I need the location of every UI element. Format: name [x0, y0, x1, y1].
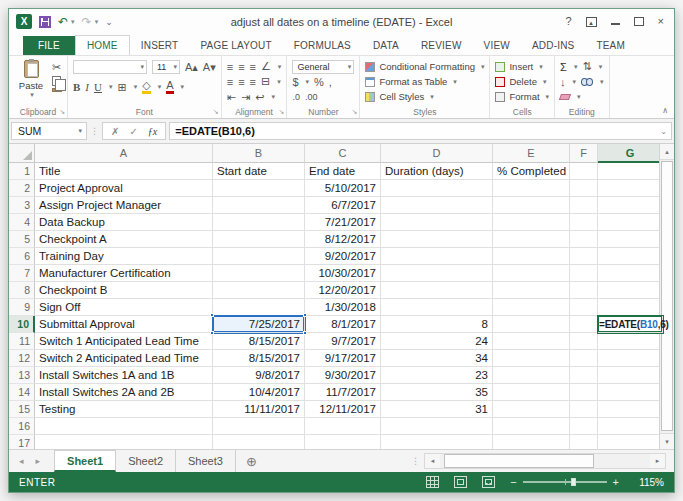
cell-B14[interactable]: 10/4/2017: [213, 384, 305, 401]
cell-E7[interactable]: [493, 265, 570, 282]
fill-icon[interactable]: ↓: [560, 76, 566, 88]
zoom-thumb[interactable]: [571, 478, 576, 486]
styles-conditional-formatting-button[interactable]: Conditional Formatting▾: [365, 59, 484, 74]
decrease-decimal-icon[interactable]: .00: [305, 92, 318, 102]
borders-icon[interactable]: ⊞: [117, 81, 126, 94]
vertical-scroll-thumb[interactable]: [661, 161, 673, 431]
cell-C17[interactable]: [305, 435, 381, 449]
cell-A15[interactable]: Testing: [35, 401, 213, 418]
cell-F12[interactable]: [570, 350, 598, 367]
undo-icon[interactable]: ↶: [58, 16, 68, 28]
row-header-6[interactable]: 6: [9, 248, 35, 265]
cell-G8[interactable]: [598, 282, 663, 299]
sort-filter-icon[interactable]: ⇅: [582, 60, 591, 73]
column-header-A[interactable]: A: [35, 144, 213, 163]
cell-G6[interactable]: [598, 248, 663, 265]
font-size-input[interactable]: 11▾: [152, 60, 180, 74]
align-left-icon[interactable]: ≡: [227, 76, 233, 88]
cell-B5[interactable]: [213, 231, 305, 248]
copy-icon[interactable]: [52, 76, 61, 86]
row-header-8[interactable]: 8: [9, 282, 35, 299]
row-header-16[interactable]: 16: [9, 418, 35, 435]
cell-C4[interactable]: 7/21/2017: [305, 214, 381, 231]
cell-E15[interactable]: [493, 401, 570, 418]
cell-D15[interactable]: 31: [381, 401, 493, 418]
cells-insert-button[interactable]: Insert▾: [495, 59, 549, 74]
row-header-4[interactable]: 4: [9, 214, 35, 231]
cell-E8[interactable]: [493, 282, 570, 299]
bold-icon[interactable]: B: [73, 81, 80, 93]
cell-E5[interactable]: [493, 231, 570, 248]
row-header-7[interactable]: 7: [9, 265, 35, 282]
close-icon[interactable]: ×: [658, 16, 664, 27]
tab-file[interactable]: FILE: [23, 36, 75, 55]
sheet-tab-sheet1[interactable]: Sheet1: [54, 450, 116, 472]
cell-F3[interactable]: [570, 197, 598, 214]
cell-D6[interactable]: [381, 248, 493, 265]
zoom-in-icon[interactable]: +: [613, 477, 619, 488]
cell-C7[interactable]: 10/30/2017: [305, 265, 381, 282]
row-header-3[interactable]: 3: [9, 197, 35, 214]
number-launcher-icon[interactable]: ↘: [352, 108, 358, 116]
scroll-down-icon[interactable]: ▾: [660, 433, 674, 449]
cell-D14[interactable]: 35: [381, 384, 493, 401]
wrap-text-icon[interactable]: ↩: [255, 91, 264, 104]
align-center-icon[interactable]: ≡: [238, 76, 244, 88]
cell-F7[interactable]: [570, 265, 598, 282]
clear-icon[interactable]: [559, 94, 571, 100]
find-select-icon[interactable]: [581, 78, 593, 85]
cell-B17[interactable]: [213, 435, 305, 449]
cell-D9[interactable]: [381, 299, 493, 316]
scroll-left-icon[interactable]: ◂: [425, 454, 440, 468]
cell-B2[interactable]: [213, 180, 305, 197]
cell-E16[interactable]: [493, 418, 570, 435]
row-header-15[interactable]: 15: [9, 401, 35, 418]
vertical-scrollbar[interactable]: ▴ ▾: [659, 144, 674, 449]
cell-B13[interactable]: 9/8/2017: [213, 367, 305, 384]
tab-view[interactable]: VIEW: [473, 36, 521, 55]
cell-A8[interactable]: Checkpoint B: [35, 282, 213, 299]
cell-F15[interactable]: [570, 401, 598, 418]
cell-A2[interactable]: Project Approval: [35, 180, 213, 197]
help-icon[interactable]: ?: [565, 16, 571, 27]
increase-indent-icon[interactable]: ⇥: [241, 91, 250, 104]
cell-B3[interactable]: [213, 197, 305, 214]
cell-C14[interactable]: 11/7/2017: [305, 384, 381, 401]
ribbon-display-options-icon[interactable]: ▴: [586, 17, 597, 27]
zoom-slider[interactable]: − +: [510, 477, 619, 488]
save-icon[interactable]: [39, 16, 51, 28]
cell-E12[interactable]: [493, 350, 570, 367]
cell-C2[interactable]: 5/10/2017: [305, 180, 381, 197]
cell-A16[interactable]: [35, 418, 213, 435]
row-header-1[interactable]: 1: [9, 163, 35, 180]
styles-format-as-table-button[interactable]: Format as Table▾: [365, 74, 484, 89]
tab-review[interactable]: REVIEW: [410, 36, 473, 55]
horizontal-scrollbar[interactable]: ◂ ▸: [424, 453, 666, 469]
formula-input[interactable]: =EDATE(B10,6) ⌄: [169, 122, 672, 140]
page-layout-view-icon[interactable]: [454, 476, 467, 488]
cell-A14[interactable]: Install Switches 2A and 2B: [35, 384, 213, 401]
normal-view-icon[interactable]: [426, 476, 439, 488]
cell-C16[interactable]: [305, 418, 381, 435]
row-header-5[interactable]: 5: [9, 231, 35, 248]
row-header-17[interactable]: 17: [9, 435, 35, 449]
cells-format-button[interactable]: Format▾: [495, 89, 549, 104]
cell-C11[interactable]: 9/7/2017: [305, 333, 381, 350]
cell-G3[interactable]: [598, 197, 663, 214]
row-header-13[interactable]: 13: [9, 367, 35, 384]
autosum-icon[interactable]: Σ: [560, 61, 567, 73]
cell-A12[interactable]: Switch 2 Anticipated Lead Time: [35, 350, 213, 367]
cell-A4[interactable]: Data Backup: [35, 214, 213, 231]
sheet-nav-left-icon[interactable]: ◂: [19, 456, 24, 466]
grow-font-icon[interactable]: A▴: [185, 61, 198, 74]
cell-C1[interactable]: End date: [305, 163, 381, 180]
tab-page-layout[interactable]: PAGE LAYOUT: [189, 36, 282, 55]
cell-E9[interactable]: [493, 299, 570, 316]
column-header-F[interactable]: F: [570, 144, 598, 163]
cell-F9[interactable]: [570, 299, 598, 316]
cell-E14[interactable]: [493, 384, 570, 401]
cell-A3[interactable]: Assign Project Manager: [35, 197, 213, 214]
cell-D10[interactable]: 8: [381, 316, 493, 333]
cut-icon[interactable]: ✂: [52, 61, 62, 74]
cell-B7[interactable]: [213, 265, 305, 282]
